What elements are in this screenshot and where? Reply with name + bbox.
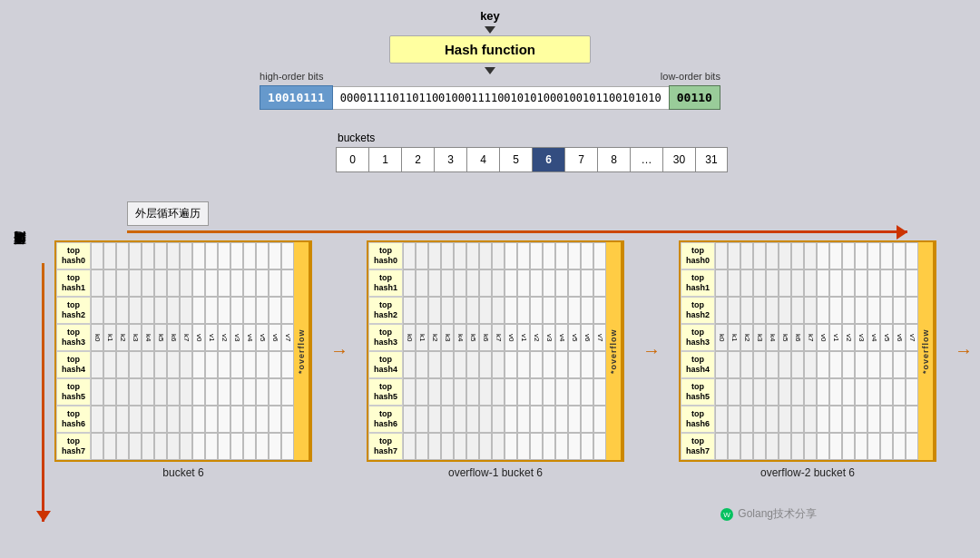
top-section: key Hash function high-order bits low-or… — [0, 0, 980, 110]
k-cell-5-7 — [804, 378, 817, 406]
row-label-1: top hash1 — [681, 269, 715, 297]
k-cell-2-5 — [779, 297, 791, 324]
k-cell-4-1 — [103, 351, 116, 378]
k-cell-0-3 — [753, 242, 766, 269]
v-cell-4-2 — [530, 351, 543, 378]
key-cells-6 — [91, 406, 192, 433]
high-order-label: high-order bits — [260, 71, 323, 82]
k-cell-4-3 — [129, 351, 142, 378]
k-cell-3-3: k3 — [753, 324, 766, 351]
v-cell-5-4 — [555, 378, 568, 406]
bucket-row-2: top hash2 — [56, 297, 294, 324]
v-cell-2-3 — [855, 297, 867, 324]
bucket-row-3: top hash3k0k1k2k3k4k5k6k7v0v1v2v3v4v5v6v… — [368, 324, 606, 351]
key-cells-2 — [403, 297, 505, 324]
k-cell-1-2 — [740, 269, 753, 297]
k-cell-7-5 — [154, 433, 167, 460]
bucket-row-4: top hash4 — [681, 351, 918, 378]
k-cell-0-2 — [740, 242, 753, 269]
k-cell-5-1 — [103, 378, 116, 406]
v-cell-5-2 — [842, 378, 855, 406]
v-cell-1-6 — [269, 269, 281, 297]
k-cell-5-0 — [403, 378, 416, 406]
k-cell-1-5 — [154, 269, 167, 297]
overflow-col: *overflow — [606, 242, 622, 460]
low-order-label: low-order bits — [661, 71, 720, 82]
v-cell-3-2: v2 — [218, 324, 230, 351]
v-cell-1-0 — [192, 269, 205, 297]
k-cell-1-7 — [492, 269, 505, 297]
v-cell-7-6 — [893, 433, 906, 460]
v-cell-3-0: v0 — [505, 324, 517, 351]
k-cell-2-1 — [728, 297, 740, 324]
v-cell-1-5 — [256, 269, 269, 297]
k-cell-1-2 — [428, 269, 441, 297]
bucket3: top hash0top hash1top hash2top hash3k0k1… — [679, 240, 936, 479]
v-cell-5-1 — [205, 378, 218, 406]
k-cell-6-5 — [466, 406, 479, 433]
v-cell-2-4 — [243, 297, 256, 324]
k-cell-2-0 — [403, 297, 416, 324]
k-cell-5-5 — [779, 378, 791, 406]
key-cells-7 — [91, 433, 192, 460]
v-cell-4-6 — [581, 351, 593, 378]
v-cell-1-5 — [568, 269, 581, 297]
v-cell-4-3 — [855, 351, 867, 378]
k-cell-5-1 — [728, 378, 740, 406]
k-cell-6-5 — [154, 406, 167, 433]
high-bits: 10010111 — [260, 85, 333, 110]
v-cell-2-0 — [192, 297, 205, 324]
k-cell-5-1 — [416, 378, 428, 406]
k-cell-6-1 — [103, 406, 116, 433]
k-cell-3-1: k1 — [103, 324, 116, 351]
v-cell-3-1: v1 — [829, 324, 842, 351]
row-label-6: top hash6 — [368, 406, 403, 433]
key-cells-3: k0k1k2k3k4k5k6k7 — [403, 324, 505, 351]
k-cell-3-1: k1 — [416, 324, 428, 351]
v-cell-6-4 — [555, 406, 568, 433]
k-cell-3-2: k2 — [428, 324, 441, 351]
v-cell-4-2 — [842, 351, 855, 378]
v-cell-5-7 — [906, 378, 918, 406]
k-cell-0-0 — [715, 242, 728, 269]
row-label-3: top hash3 — [681, 324, 715, 351]
k-cell-2-7 — [492, 297, 505, 324]
k-cell-1-6 — [167, 269, 180, 297]
v-cell-0-0 — [505, 242, 517, 269]
v-cell-4-2 — [218, 351, 230, 378]
k-cell-2-7 — [804, 297, 817, 324]
k-cell-5-5 — [154, 378, 167, 406]
bucket3-to-nil-arrow: → — [955, 340, 973, 361]
v-cell-1-0 — [505, 269, 517, 297]
row-label-4: top hash4 — [681, 351, 715, 378]
k-cell-5-4 — [766, 378, 779, 406]
bucket1-grid: top hash0top hash1top hash2top hash3k0k1… — [54, 240, 312, 462]
row-label-2: top hash2 — [681, 297, 715, 324]
v-cell-0-0 — [192, 242, 205, 269]
v-cell-3-3: v3 — [855, 324, 867, 351]
k-cell-3-5: k5 — [779, 324, 791, 351]
v-cell-3-6: v6 — [269, 324, 281, 351]
k-cell-7-6 — [167, 433, 180, 460]
k-cell-0-4 — [142, 242, 154, 269]
v-cell-5-6 — [581, 378, 593, 406]
k-cell-4-0 — [715, 351, 728, 378]
v-cell-2-1 — [517, 297, 530, 324]
key-cells-0 — [91, 242, 192, 269]
k-cell-4-7 — [180, 351, 192, 378]
key-cells-2 — [715, 297, 817, 324]
k-cell-1-4 — [766, 269, 779, 297]
k-cell-2-3 — [441, 297, 454, 324]
v-cell-2-3 — [230, 297, 243, 324]
k-cell-2-0 — [91, 297, 103, 324]
v-cell-1-2 — [842, 269, 855, 297]
outer-loop-arrow-head — [897, 225, 907, 240]
v-cell-5-3 — [855, 378, 867, 406]
v-cell-3-5: v5 — [256, 324, 269, 351]
v-cell-7-5 — [568, 433, 581, 460]
k-cell-4-6 — [791, 351, 804, 378]
k-cell-5-4 — [454, 378, 466, 406]
row-label-5: top hash5 — [368, 378, 403, 406]
k-cell-1-7 — [180, 269, 192, 297]
bucket-row-3: top hash3k0k1k2k3k4k5k6k7v0v1v2v3v4v5v6v… — [681, 324, 918, 351]
